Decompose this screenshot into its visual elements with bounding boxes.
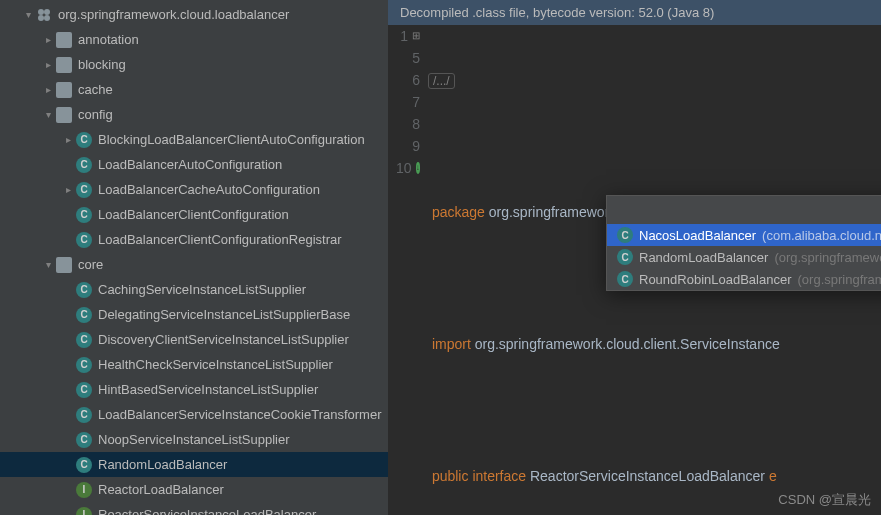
- gutter: 1⊞ 5 6 7 8 9 10↓: [388, 25, 428, 515]
- popup-class-name: NacosLoadBalancer: [639, 228, 756, 243]
- tree-label: HealthCheckServiceInstanceListSupplier: [98, 357, 333, 372]
- class-icon: C: [76, 232, 92, 248]
- chevron-right-icon: ▸: [40, 34, 56, 45]
- popup-header: Choose Implementation: [607, 196, 881, 224]
- tree-class[interactable]: CDelegatingServiceInstanceListSupplierBa…: [0, 302, 388, 327]
- tree-label: config: [78, 107, 113, 122]
- class-icon: C: [76, 182, 92, 198]
- class-icon: C: [76, 282, 92, 298]
- class-icon: C: [76, 132, 92, 148]
- tree-label: blocking: [78, 57, 126, 72]
- editor-pane: Decompiled .class file, bytecode version…: [388, 0, 881, 515]
- tree-label: org.springframework.cloud.loadbalancer: [58, 7, 289, 22]
- tree-class[interactable]: CNoopServiceInstanceListSupplier: [0, 427, 388, 452]
- tree-label: CachingServiceInstanceListSupplier: [98, 282, 306, 297]
- tree-label: RandomLoadBalancer: [98, 457, 227, 472]
- tree-folder-cache[interactable]: ▸cache: [0, 77, 388, 102]
- svg-point-2: [38, 15, 44, 21]
- chevron-down-icon: ▾: [40, 259, 56, 270]
- tree-package-root[interactable]: ▾ org.springframework.cloud.loadbalancer: [0, 2, 388, 27]
- line-number: 9: [412, 135, 420, 157]
- tree-label: LoadBalancerCacheAutoConfiguration: [98, 182, 320, 197]
- choose-implementation-popup[interactable]: Choose Implementation C NacosLoadBalance…: [606, 195, 881, 291]
- tree-label: HintBasedServiceInstanceListSupplier: [98, 382, 318, 397]
- line-number: 8: [412, 113, 420, 135]
- tree-label: annotation: [78, 32, 139, 47]
- kw-extends: e: [769, 468, 777, 484]
- fold-plus-icon[interactable]: ⊞: [412, 25, 420, 47]
- tree-class[interactable]: CLoadBalancerAutoConfiguration: [0, 152, 388, 177]
- line-number: 10: [396, 157, 412, 179]
- tree-label: LoadBalancerClientConfiguration: [98, 207, 289, 222]
- decompiled-banner: Decompiled .class file, bytecode version…: [388, 0, 881, 25]
- tree-label: LoadBalancerAutoConfiguration: [98, 157, 282, 172]
- chevron-down-icon: ▾: [40, 109, 56, 120]
- kw-interface: interface: [472, 468, 526, 484]
- line-number: 1: [400, 25, 408, 47]
- tree-label: ReactorServiceInstanceLoadBalancer: [98, 507, 316, 515]
- watermark: CSDN @宣晨光: [778, 491, 871, 509]
- folder-icon: [56, 57, 72, 73]
- code-fold[interactable]: /.../: [428, 73, 455, 89]
- popup-location: (org.springframework.cloud.loadbalancer.…: [774, 250, 881, 265]
- class-icon: C: [76, 332, 92, 348]
- tree-label: DelegatingServiceInstanceListSupplierBas…: [98, 307, 350, 322]
- tree-folder-config[interactable]: ▾config: [0, 102, 388, 127]
- popup-class-name: RandomLoadBalancer: [639, 250, 768, 265]
- tree-class[interactable]: CLoadBalancerServiceInstanceCookieTransf…: [0, 402, 388, 427]
- svg-point-3: [44, 15, 50, 21]
- line-number: 6: [412, 69, 420, 91]
- class-icon: C: [617, 227, 633, 243]
- tree-interface[interactable]: IReactorLoadBalancer: [0, 477, 388, 502]
- kw-import: import: [432, 336, 471, 352]
- tree-class-selected[interactable]: CRandomLoadBalancer: [0, 452, 388, 477]
- kw-package: package: [432, 204, 485, 220]
- popup-item[interactable]: C RandomLoadBalancer (org.springframewor…: [607, 246, 881, 268]
- tree-label: NoopServiceInstanceListSupplier: [98, 432, 290, 447]
- class-icon: C: [76, 457, 92, 473]
- chevron-right-icon: ▸: [40, 59, 56, 70]
- tree-label: LoadBalancerServiceInstanceCookieTransfo…: [98, 407, 382, 422]
- tree-class[interactable]: CLoadBalancerClientConfigurationRegistra…: [0, 227, 388, 252]
- project-tree[interactable]: ▾ org.springframework.cloud.loadbalancer…: [0, 0, 388, 515]
- implementations-gutter-icon[interactable]: ↓: [416, 162, 420, 174]
- folder-icon: [56, 82, 72, 98]
- folder-icon: [56, 107, 72, 123]
- interface-icon: I: [76, 482, 92, 498]
- popup-location: (com.alibaba.cloud.nacos.loadbalancer): [762, 228, 881, 243]
- tree-class[interactable]: CDiscoveryClientServiceInstanceListSuppl…: [0, 327, 388, 352]
- svg-point-1: [44, 9, 50, 15]
- class-icon: C: [76, 307, 92, 323]
- class-icon: C: [76, 357, 92, 373]
- kw-public: public: [432, 468, 469, 484]
- tree-interface[interactable]: IReactorServiceInstanceLoadBalancer: [0, 502, 388, 515]
- popup-item[interactable]: C RoundRobinLoadBalancer (org.springfram…: [607, 268, 881, 290]
- folder-icon: [56, 257, 72, 273]
- tree-label: LoadBalancerClientConfigurationRegistrar: [98, 232, 342, 247]
- tree-class[interactable]: CHealthCheckServiceInstanceListSupplier: [0, 352, 388, 377]
- tree-label: ReactorLoadBalancer: [98, 482, 224, 497]
- popup-location: (org.springframework.cloud.loadbalancer.…: [798, 272, 881, 287]
- chevron-right-icon: ▸: [40, 84, 56, 95]
- chevron-down-icon: ▾: [20, 9, 36, 20]
- class-icon: C: [76, 207, 92, 223]
- tree-class[interactable]: CCachingServiceInstanceListSupplier: [0, 277, 388, 302]
- tree-class[interactable]: ▸CBlockingLoadBalancerClientAutoConfigur…: [0, 127, 388, 152]
- class-icon: C: [76, 407, 92, 423]
- tree-label: BlockingLoadBalancerClientAutoConfigurat…: [98, 132, 365, 147]
- popup-item-selected[interactable]: C NacosLoadBalancer (com.alibaba.cloud.n…: [607, 224, 881, 246]
- class-icon: C: [76, 157, 92, 173]
- import-name: org.springframework.cloud.client.Service…: [475, 336, 780, 352]
- interface-icon: I: [76, 507, 92, 516]
- tree-folder-core[interactable]: ▾core: [0, 252, 388, 277]
- chevron-right-icon: ▸: [60, 134, 76, 145]
- svg-point-0: [38, 9, 44, 15]
- class-icon: C: [76, 382, 92, 398]
- tree-label: core: [78, 257, 103, 272]
- tree-folder-annotation[interactable]: ▸annotation: [0, 27, 388, 52]
- tree-class[interactable]: CLoadBalancerClientConfiguration: [0, 202, 388, 227]
- class-icon: C: [617, 271, 633, 287]
- tree-class[interactable]: CHintBasedServiceInstanceListSupplier: [0, 377, 388, 402]
- tree-class[interactable]: ▸CLoadBalancerCacheAutoConfiguration: [0, 177, 388, 202]
- tree-folder-blocking[interactable]: ▸blocking: [0, 52, 388, 77]
